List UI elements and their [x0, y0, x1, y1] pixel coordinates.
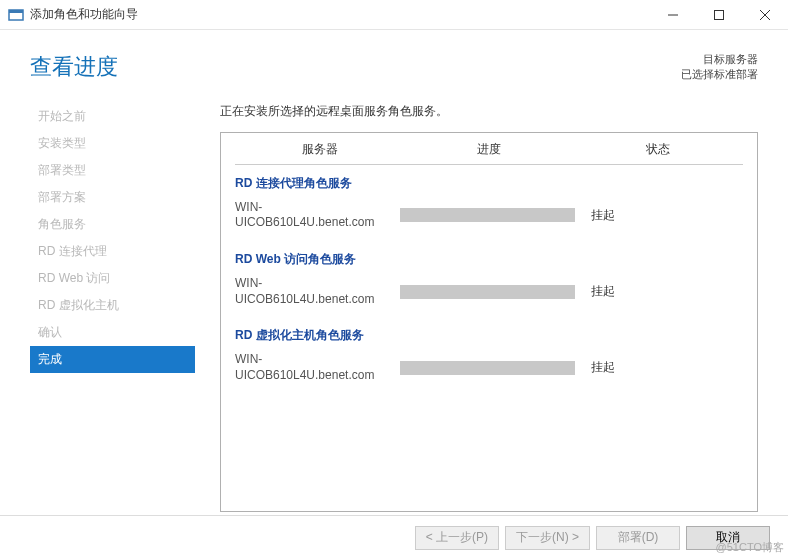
- window-title: 添加角色和功能向导: [30, 6, 650, 23]
- sidebar-item-rd-web: RD Web 访问: [30, 265, 195, 292]
- app-icon: [8, 7, 24, 23]
- page-title: 查看进度: [30, 52, 118, 82]
- sidebar-item-complete[interactable]: 完成: [30, 346, 195, 373]
- col-server: 服务器: [235, 141, 404, 158]
- progress-bar: [400, 208, 575, 222]
- close-button[interactable]: [742, 0, 788, 30]
- cancel-button[interactable]: 取消: [686, 526, 770, 550]
- col-progress: 进度: [404, 141, 573, 158]
- sidebar-item-rd-virtual: RD 虚拟化主机: [30, 292, 195, 319]
- footer: < 上一步(P) 下一步(N) > 部署(D) 取消: [0, 515, 788, 559]
- service-block: RD 连接代理角色服务 WIN-UICOB610L4U.benet.com 挂起: [235, 165, 743, 241]
- deploy-button[interactable]: 部署(D): [596, 526, 680, 550]
- svg-rect-3: [715, 10, 724, 19]
- service-block: RD 虚拟化主机角色服务 WIN-UICOB610L4U.benet.com 挂…: [235, 317, 743, 393]
- sidebar-item-before-begin: 开始之前: [30, 103, 195, 130]
- sidebar-item-deploy-plan: 部署方案: [30, 184, 195, 211]
- description-text: 正在安装所选择的远程桌面服务角色服务。: [220, 103, 758, 120]
- progress-bar: [400, 361, 575, 375]
- header: 查看进度 目标服务器 已选择标准部署: [0, 30, 788, 93]
- status-text: 挂起: [585, 359, 645, 376]
- status-text: 挂起: [585, 207, 645, 224]
- service-block: RD Web 访问角色服务 WIN-UICOB610L4U.benet.com …: [235, 241, 743, 317]
- service-title: RD 虚拟化主机角色服务: [235, 327, 743, 344]
- window-controls: [650, 0, 788, 30]
- minimize-button[interactable]: [650, 0, 696, 30]
- maximize-button[interactable]: [696, 0, 742, 30]
- server-name: WIN-UICOB610L4U.benet.com: [235, 276, 390, 307]
- target-label: 目标服务器: [681, 52, 758, 67]
- service-row: WIN-UICOB610L4U.benet.com 挂起: [235, 352, 743, 393]
- column-headers: 服务器 进度 状态: [235, 139, 743, 165]
- server-name: WIN-UICOB610L4U.benet.com: [235, 200, 390, 231]
- server-name: WIN-UICOB610L4U.benet.com: [235, 352, 390, 383]
- target-value: 已选择标准部署: [681, 67, 758, 82]
- col-status: 状态: [574, 141, 743, 158]
- sidebar-item-install-type: 安装类型: [30, 130, 195, 157]
- service-title: RD Web 访问角色服务: [235, 251, 743, 268]
- sidebar-item-confirm: 确认: [30, 319, 195, 346]
- progress-bar: [400, 285, 575, 299]
- sidebar-item-deploy-type: 部署类型: [30, 157, 195, 184]
- sidebar: 开始之前 安装类型 部署类型 部署方案 角色服务 RD 连接代理 RD Web …: [30, 93, 195, 512]
- titlebar: 添加角色和功能向导: [0, 0, 788, 30]
- target-info: 目标服务器 已选择标准部署: [681, 52, 758, 83]
- sidebar-item-rd-broker: RD 连接代理: [30, 238, 195, 265]
- service-row: WIN-UICOB610L4U.benet.com 挂起: [235, 200, 743, 241]
- sidebar-item-role-services: 角色服务: [30, 211, 195, 238]
- main-panel: 正在安装所选择的远程桌面服务角色服务。 服务器 进度 状态 RD 连接代理角色服…: [195, 93, 788, 512]
- content-area: 开始之前 安装类型 部署类型 部署方案 角色服务 RD 连接代理 RD Web …: [0, 93, 788, 512]
- prev-button[interactable]: < 上一步(P): [415, 526, 499, 550]
- next-button[interactable]: 下一步(N) >: [505, 526, 590, 550]
- service-row: WIN-UICOB610L4U.benet.com 挂起: [235, 276, 743, 317]
- progress-table: 服务器 进度 状态 RD 连接代理角色服务 WIN-UICOB610L4U.be…: [220, 132, 758, 512]
- service-title: RD 连接代理角色服务: [235, 175, 743, 192]
- status-text: 挂起: [585, 283, 645, 300]
- svg-rect-1: [9, 10, 23, 13]
